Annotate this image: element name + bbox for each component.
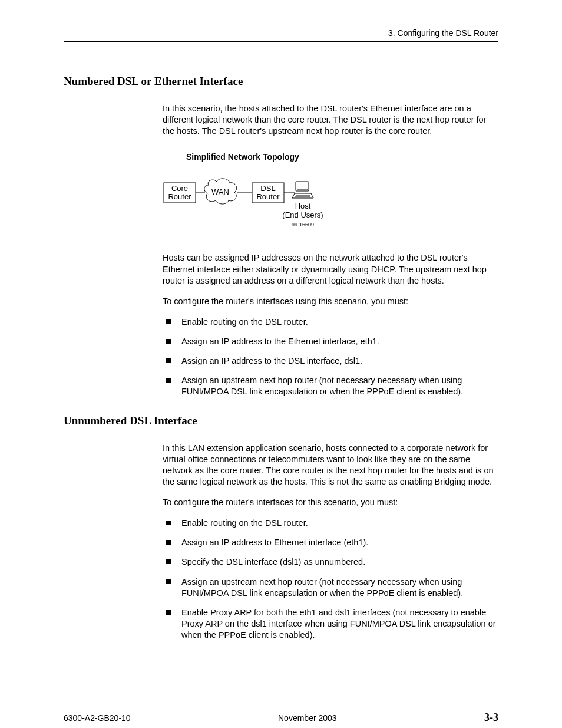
section2-para1: In this LAN extension application scenar… bbox=[163, 443, 498, 488]
chapter-label: 3. Configuring the DSL Router bbox=[388, 28, 498, 38]
doc-date: November 2003 bbox=[278, 713, 337, 723]
list-item: Enable Proxy ARP for both the eth1 and d… bbox=[163, 607, 498, 641]
list-item: Assign an upstream next hop router (not … bbox=[163, 375, 498, 397]
svg-text:(End Users): (End Users) bbox=[282, 210, 323, 219]
list-item: Assign an IP address to Ethernet interfa… bbox=[163, 537, 498, 548]
svg-text:Router: Router bbox=[256, 192, 280, 201]
section1-heading: Numbered DSL or Ethernet Interface bbox=[64, 75, 498, 88]
section2-bullets: Enable routing on the DSL router. Assign… bbox=[163, 518, 498, 641]
section2-heading: Unnumbered DSL Interface bbox=[64, 414, 498, 427]
list-item: Assign an IP address to the Ethernet int… bbox=[163, 336, 498, 347]
doc-number: 6300-A2-GB20-10 bbox=[64, 713, 131, 723]
section2-body: In this LAN extension application scenar… bbox=[163, 443, 498, 641]
section1-para3: To configure the router's interfaces usi… bbox=[163, 296, 498, 307]
diagram-title: Simplified Network Topology bbox=[186, 152, 498, 162]
svg-text:DSL: DSL bbox=[260, 184, 275, 193]
section2-para2: To configure the router's interfaces for… bbox=[163, 497, 498, 508]
network-topology-diagram: Core Router WAN DSL Router bbox=[163, 172, 498, 237]
page: 3. Configuring the DSL Router Numbered D… bbox=[0, 0, 562, 728]
svg-text:WAN: WAN bbox=[211, 187, 229, 196]
list-item: Assign an IP address to the DSL interfac… bbox=[163, 355, 498, 367]
svg-text:Core: Core bbox=[171, 184, 188, 193]
list-item: Enable routing on the DSL router. bbox=[163, 317, 498, 328]
svg-text:Host: Host bbox=[295, 202, 311, 210]
page-header: 3. Configuring the DSL Router bbox=[64, 28, 498, 42]
list-item: Assign an upstream next hop router (not … bbox=[163, 577, 498, 599]
svg-text:99-16609: 99-16609 bbox=[292, 222, 314, 228]
section1-bullets: Enable routing on the DSL router. Assign… bbox=[163, 317, 498, 398]
list-item: Enable routing on the DSL router. bbox=[163, 518, 498, 529]
list-item: Specify the DSL interface (dsl1) as unnu… bbox=[163, 556, 498, 568]
svg-text:Router: Router bbox=[168, 192, 191, 201]
section1-para1: In this scenario, the hosts attached to … bbox=[163, 103, 498, 137]
page-footer: 6300-A2-GB20-10 November 2003 3-3 bbox=[64, 711, 498, 724]
page-number: 3-3 bbox=[484, 711, 498, 724]
section1-para2: Hosts can be assigned IP addresses on th… bbox=[163, 252, 498, 286]
section1-body: In this scenario, the hosts attached to … bbox=[163, 103, 498, 398]
